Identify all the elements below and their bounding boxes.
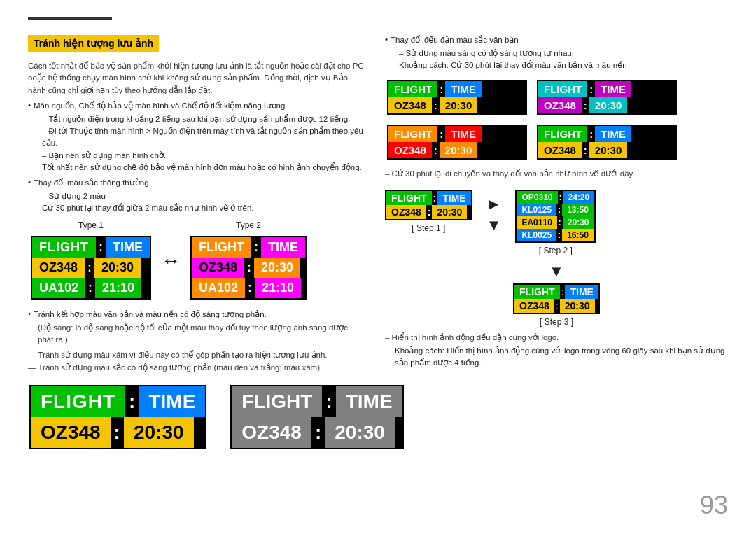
type1-label: Type 1 bbox=[28, 220, 154, 230]
step1-flight: FLIGHT bbox=[386, 191, 432, 205]
sub-dash-2-2: Cứ 30 phút lại thay đổi giữa 2 màu sắc n… bbox=[42, 202, 364, 214]
step1-oz: OZ348 bbox=[386, 205, 426, 219]
bullet-item-3: • Tránh kết hợp màu văn bản và màu nền c… bbox=[28, 309, 364, 319]
type1-2110: 21:10 bbox=[95, 278, 141, 298]
sub-dash-1-3: – Bạn nên sử dụng màn hình chờ. bbox=[42, 150, 364, 162]
type2-row3: UA102 : 21:10 bbox=[192, 278, 305, 298]
lw2-2030: 20:30 bbox=[325, 417, 395, 448]
rfw3-colon1: : bbox=[438, 126, 445, 142]
s2-2030: 20:30 bbox=[563, 216, 594, 229]
bullet-item-2: • Thay đổi màu sắc thông thường bbox=[28, 178, 364, 188]
double-arrow-icon: ↔ bbox=[161, 250, 181, 272]
right-fw-3: FLIGHT : TIME OZ348 : 20:30 bbox=[387, 125, 527, 160]
type1-colon2: : bbox=[85, 258, 94, 278]
type2-flight-label: FLIGHT bbox=[192, 237, 251, 258]
rfw3-time: TIME bbox=[445, 126, 482, 142]
step2-section: OP0310 : 24:20 KL0125 : 13:50 EA0110 : bbox=[515, 190, 596, 255]
right-fw3-row2: OZ348 : 20:30 bbox=[388, 142, 526, 158]
rfw3-colon2: : bbox=[432, 142, 440, 158]
s2-colon1: : bbox=[558, 191, 564, 204]
step1-widget: FLIGHT : TIME OZ348 : 20:30 bbox=[385, 190, 472, 220]
arrow-down-icon: ▼ bbox=[486, 216, 502, 234]
lw2-row2: OZ348 : 20:30 bbox=[232, 417, 402, 448]
s2-colon4: : bbox=[556, 229, 562, 241]
intro-paragraph: Cách tốt nhất để bảo vệ sản phẩm khỏi hi… bbox=[28, 60, 364, 97]
step3-label: [ Step 3 ] bbox=[540, 317, 573, 327]
step3-colon1: : bbox=[560, 285, 566, 299]
right-fw3-row1: FLIGHT : TIME bbox=[388, 126, 526, 142]
right-fw1-row1: FLIGHT : TIME bbox=[388, 81, 526, 97]
step1-label: [ Step 1 ] bbox=[385, 223, 472, 233]
type-comparison-row: Type 1 FLIGHT : TIME OZ348 : 20:30 UA102 bbox=[28, 220, 364, 302]
type2-2110: 21:10 bbox=[255, 278, 301, 298]
type1-time-label: TIME bbox=[106, 237, 150, 258]
right-fw-2: FLIGHT : TIME OZ348 : 20:30 bbox=[537, 80, 677, 115]
steps-section: FLIGHT : TIME OZ348 : 20:30 [ Step 1 ] bbox=[385, 190, 728, 255]
step3-row2: OZ348 : 20:30 bbox=[514, 299, 598, 313]
s2-kl0125: KL0125 bbox=[517, 204, 556, 216]
lw2-flight-label: FLIGHT bbox=[232, 386, 322, 417]
lw-row2: OZ348 : 20:30 bbox=[31, 417, 205, 448]
rfw3-oz: OZ348 bbox=[388, 142, 432, 158]
right-dash5-line: Khoảng cách: Hiển thị hình ảnh động cùng… bbox=[395, 345, 728, 370]
lw2-oz: OZ348 bbox=[232, 417, 312, 448]
lw-colon2: : bbox=[111, 417, 124, 448]
step2-row4: KL0025 : 16:50 bbox=[517, 229, 594, 241]
rfw2-colon2: : bbox=[582, 97, 589, 113]
right-dash4-line: – Hiển thị hình ảnh động đều đặn cùng vớ… bbox=[385, 332, 728, 342]
step1-time: TIME bbox=[438, 191, 470, 205]
rfw4-oz: OZ348 bbox=[538, 142, 582, 158]
right-content: • Thay đổi đều đặn màu sắc văn bản – Sử … bbox=[385, 35, 728, 369]
right-column: • Thay đổi đều đặn màu sắc văn bản – Sử … bbox=[385, 21, 728, 513]
step3-2030: 20:30 bbox=[560, 299, 595, 313]
lw2-row1: FLIGHT : TIME bbox=[232, 386, 402, 417]
type1-flight-label: FLIGHT bbox=[32, 237, 96, 258]
rfw1-oz: OZ348 bbox=[388, 97, 432, 113]
type2-row2: OZ348 : 20:30 bbox=[192, 258, 305, 278]
step1-row2: OZ348 : 20:30 bbox=[386, 205, 471, 219]
right-fw-4: FLIGHT : TIME OZ348 : 20:30 bbox=[537, 125, 677, 160]
step3-row1: FLIGHT : TIME bbox=[514, 285, 598, 299]
lw2-colon2: : bbox=[312, 417, 325, 448]
right-dash1: – Sử dụng màu sáng có độ sáng tương tự n… bbox=[399, 48, 728, 59]
s2-ea0110: EA0110 bbox=[517, 216, 556, 229]
type2-oz: OZ348 bbox=[192, 258, 244, 278]
step3-widget: FLIGHT : TIME OZ348 : 20:30 bbox=[513, 283, 600, 314]
step1-colon2: : bbox=[426, 205, 433, 219]
section-title: Tránh hiện tượng lưu ảnh bbox=[28, 35, 159, 52]
step3-flight: FLIGHT bbox=[514, 285, 560, 299]
rfw1-flight: FLIGHT bbox=[388, 81, 438, 97]
step3-time: TIME bbox=[565, 285, 598, 299]
rfw1-2030: 20:30 bbox=[440, 97, 477, 113]
type1-section: Type 1 FLIGHT : TIME OZ348 : 20:30 UA102 bbox=[28, 220, 154, 302]
s2-1350: 13:50 bbox=[562, 204, 594, 216]
type1-ua: UA102 bbox=[32, 278, 85, 298]
step2-row2: KL0125 : 13:50 bbox=[517, 204, 594, 216]
s2-2420: 24:20 bbox=[564, 191, 595, 204]
type2-time-label: TIME bbox=[261, 237, 305, 258]
lw2-colon1: : bbox=[322, 386, 335, 417]
type1-row3: UA102 : 21:10 bbox=[32, 278, 150, 298]
rfw3-flight: FLIGHT bbox=[388, 126, 438, 142]
step1-to-step2-arrow: ► ▼ bbox=[486, 195, 502, 234]
bullet-text-2: Thay đổi màu sắc thông thường bbox=[34, 178, 149, 188]
rfw4-time: TIME bbox=[595, 126, 631, 142]
arrow-right-icon: ► bbox=[486, 195, 502, 213]
sub-dash-1-2: – Đi tới Thuộc tính màn hình > Nguồn điệ… bbox=[42, 125, 364, 150]
type1-2030: 20:30 bbox=[94, 258, 141, 278]
lw-colon1: : bbox=[125, 386, 139, 417]
right-bullet-text: Thay đổi đều đặn màu sắc văn bản bbox=[391, 35, 519, 45]
rfw1-time: TIME bbox=[445, 81, 482, 97]
type2-widget: FLIGHT : TIME OZ348 : 20:30 UA102 : 21:1… bbox=[190, 236, 307, 300]
top-divider-line bbox=[28, 20, 728, 20]
lw-time-label: TIME bbox=[139, 386, 205, 417]
left-column: Tránh hiện tượng lưu ảnh Cách tốt nhất đ… bbox=[28, 21, 364, 513]
s2-colon2: : bbox=[556, 204, 562, 216]
step1-colon1: : bbox=[432, 191, 438, 205]
right-grid-2x2: FLIGHT : TIME OZ348 : 20:30 FLIGHT : bbox=[385, 78, 679, 162]
warning1-line: — Tránh sử dụng màu xám vì điều này có t… bbox=[28, 350, 364, 360]
rfw2-colon1: : bbox=[587, 81, 595, 97]
type2-label: Type 2 bbox=[188, 220, 309, 230]
paren-text: (Độ sáng: là độ sáng hoặc độ tối của một… bbox=[38, 322, 364, 346]
step2-widget: OP0310 : 24:20 KL0125 : 13:50 EA0110 : bbox=[515, 190, 596, 243]
